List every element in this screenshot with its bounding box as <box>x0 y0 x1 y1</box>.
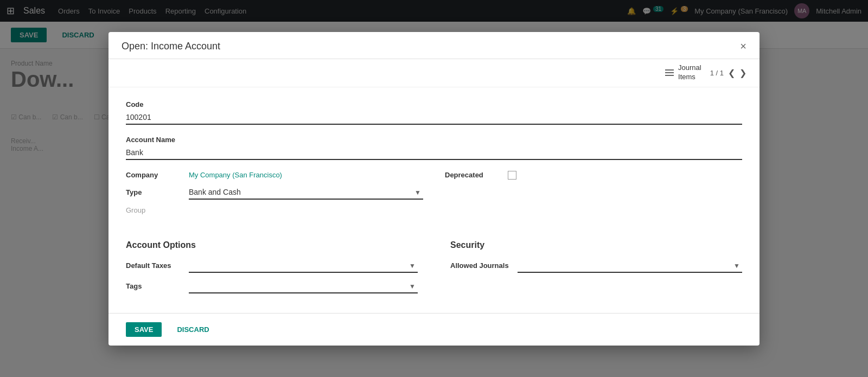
default-taxes-select-wrapper: ▼ <box>189 259 418 273</box>
pagination-text: 1 / 1 <box>710 69 724 77</box>
company-label: Company <box>126 171 180 179</box>
security-section: Security Allowed Journals ▼ <box>450 236 742 300</box>
modal-discard-button[interactable]: DISCARD <box>168 322 218 337</box>
journal-items-button[interactable]: JournalItems <box>665 63 701 82</box>
deprecated-field: Deprecated <box>445 171 742 180</box>
account-options-heading: Account Options <box>126 240 418 250</box>
deprecated-checkbox-wrapper <box>508 171 516 180</box>
modal-close-button[interactable]: × <box>740 41 746 52</box>
icon-line-2 <box>665 72 674 73</box>
deprecated-label: Deprecated <box>445 171 499 179</box>
code-input[interactable] <box>126 111 742 125</box>
icon-line-1 <box>665 69 674 71</box>
default-taxes-field: Default Taxes ▼ <box>126 259 418 273</box>
group-field: Group <box>126 206 423 221</box>
group-label: Group <box>126 206 145 214</box>
deprecated-checkbox[interactable] <box>508 171 516 180</box>
allowed-journals-select[interactable] <box>518 259 742 273</box>
account-name-field-group: Account Name <box>126 136 742 160</box>
account-name-input[interactable] <box>126 146 742 160</box>
type-select[interactable]: Bank and Cash <box>189 186 423 200</box>
company-deprecated-row: Company My Company (San Francisco) Type … <box>126 171 742 227</box>
pagination-next-button[interactable]: ❯ <box>739 68 746 78</box>
allowed-journals-field: Allowed Journals ▼ <box>450 259 742 273</box>
modal-dialog: Open: Income Account × JournalItems 1 / … <box>108 32 760 346</box>
two-sections: Account Options Default Taxes ▼ Tags <box>126 236 742 300</box>
tags-select-wrapper: ▼ <box>189 279 418 293</box>
tags-select[interactable] <box>189 279 418 293</box>
modal-title: Open: Income Account <box>122 41 220 52</box>
deprecated-col: Deprecated <box>445 171 742 186</box>
icon-line-3 <box>665 75 674 76</box>
tags-field: Tags ▼ <box>126 279 418 293</box>
journal-items-label: JournalItems <box>678 63 701 82</box>
code-label: Code <box>126 100 742 108</box>
default-taxes-label: Default Taxes <box>126 261 180 270</box>
security-heading: Security <box>450 240 742 250</box>
type-field: Type Bank and Cash ▼ <box>126 186 423 200</box>
company-col: Company My Company (San Francisco) Type … <box>126 171 423 227</box>
account-name-label: Account Name <box>126 136 742 144</box>
modal-body: Code Account Name Company My Company (Sa… <box>108 87 760 313</box>
pagination-prev-button[interactable]: ❮ <box>728 68 735 78</box>
allowed-journals-select-wrapper: ▼ <box>518 259 742 273</box>
company-field: Company My Company (San Francisco) <box>126 171 423 179</box>
account-options-section: Account Options Default Taxes ▼ Tags <box>126 236 418 300</box>
company-value[interactable]: My Company (San Francisco) <box>189 171 282 179</box>
type-select-wrapper: Bank and Cash ▼ <box>189 186 423 200</box>
type-label: Type <box>126 188 180 196</box>
modal-footer: SAVE DISCARD <box>108 313 760 346</box>
tags-label: Tags <box>126 282 180 290</box>
journal-items-icon <box>665 69 674 76</box>
modal-overlay: Open: Income Account × JournalItems 1 / … <box>0 0 868 377</box>
code-field-group: Code <box>126 100 742 125</box>
modal-header: Open: Income Account × <box>108 32 760 59</box>
modal-save-button[interactable]: SAVE <box>126 322 162 337</box>
pagination-controls: 1 / 1 ❮ ❯ <box>710 68 746 78</box>
default-taxes-select[interactable] <box>189 259 418 273</box>
allowed-journals-label: Allowed Journals <box>450 261 509 270</box>
modal-toolbar: JournalItems 1 / 1 ❮ ❯ <box>108 59 760 87</box>
